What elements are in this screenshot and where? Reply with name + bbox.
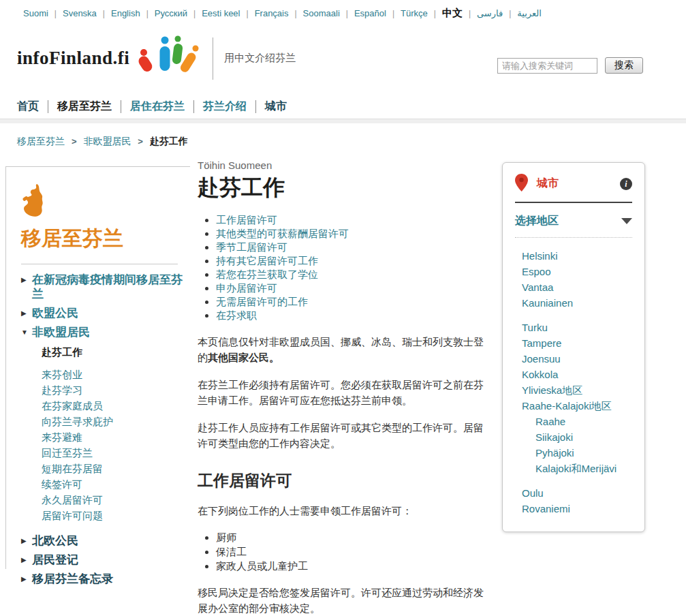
search-button[interactable]: 搜索: [605, 57, 643, 74]
city-link-turku[interactable]: Turku: [522, 322, 548, 333]
sidebar-subitem[interactable]: 来芬创业: [42, 367, 183, 382]
city-subitem[interactable]: Raahe: [535, 414, 632, 429]
sidebar-item-registration[interactable]: ▶ 居民登记: [21, 553, 183, 567]
sidebar-item-label[interactable]: 移居芬兰备忘录: [32, 572, 113, 586]
city-link-espoo[interactable]: Espoo: [522, 266, 551, 277]
city-link-tampere[interactable]: Tampere: [522, 337, 561, 349]
sidebar-item-label[interactable]: 欧盟公民: [32, 306, 78, 320]
city-link-siikajoki[interactable]: Siikajoki: [535, 431, 573, 443]
breadcrumb-link-non-eu[interactable]: 非欧盟居民: [83, 136, 131, 147]
nav-living-in-finland[interactable]: 居住在芬兰: [121, 99, 193, 114]
lang-turkish[interactable]: Türkçe: [394, 8, 434, 18]
city-item[interactable]: Kokkola: [522, 367, 632, 382]
city-item[interactable]: Turku: [522, 320, 632, 335]
sidebar-subitem[interactable]: 回迁至芬兰: [42, 446, 183, 461]
sidebar-item-nordic[interactable]: ▶ 北欧公民: [21, 534, 183, 548]
sidebar-subitem[interactable]: 赴芬学习: [42, 383, 183, 398]
city-link-kalajoki-merijavi[interactable]: Kalajoki和Merijävi: [535, 463, 617, 474]
sidebar-subitem-link[interactable]: 续签许可: [42, 478, 82, 490]
lang-chinese-current[interactable]: 中文: [436, 7, 469, 20]
sidebar-item-covid[interactable]: ▶ 在新冠病毒疫情期间移居至芬兰: [21, 273, 183, 301]
lang-somali[interactable]: Soomaali: [297, 8, 346, 18]
sidebar-item-label[interactable]: 北欧公民: [32, 534, 78, 548]
breadcrumb-link-moving[interactable]: 移居至芬兰: [17, 136, 65, 147]
nav-moving-to-finland[interactable]: 移居至芬兰: [48, 99, 121, 114]
sidebar-subitem-link[interactable]: 向芬兰寻求庇护: [42, 416, 113, 427]
lang-french[interactable]: Français: [249, 8, 295, 18]
city-item[interactable]: Kauniainen: [522, 295, 632, 311]
city-link-pyhajoki[interactable]: Pyhäjoki: [535, 447, 574, 459]
lang-estonian[interactable]: Eesti keel: [196, 8, 246, 18]
toc-link[interactable]: 持有其它居留许可工作: [216, 255, 318, 266]
toc-link[interactable]: 其他类型的可获薪酬居留许可: [216, 228, 349, 239]
city-item[interactable]: Vantaa: [522, 279, 632, 295]
city-item[interactable]: Espoo: [522, 264, 632, 279]
sidebar-subitem[interactable]: 向芬兰寻求庇护: [42, 414, 183, 429]
sidebar-item-non-eu[interactable]: ▼ 非欧盟居民: [21, 325, 183, 339]
lang-russian[interactable]: Русский: [149, 8, 193, 18]
sidebar-subitem-link[interactable]: 回迁至芬兰: [42, 447, 93, 459]
sidebar-subitem[interactable]: 续签许可: [42, 477, 183, 492]
lang-suomi[interactable]: Suomi: [17, 8, 54, 18]
city-item[interactable]: Rovaniemi: [522, 501, 632, 517]
sidebar-item-eu-citizens[interactable]: ▶ 欧盟公民: [21, 306, 183, 320]
sidebar-item-label[interactable]: 在新冠病毒疫情期间移居至芬兰: [32, 273, 183, 301]
nav-home[interactable]: 首页: [17, 99, 48, 114]
sidebar-subitem-link[interactable]: 赴芬学习: [42, 384, 82, 396]
city-sublist: Raahe Siikajoki Pyhäjoki Kalajoki和Merijä…: [522, 414, 632, 476]
toc-link[interactable]: 工作居留许可: [216, 214, 277, 226]
city-link-kokkola[interactable]: Kokkola: [522, 369, 558, 380]
lang-arabic[interactable]: العربية: [511, 8, 548, 18]
toc-item: 持有其它居留许可工作: [216, 254, 484, 268]
city-subitem[interactable]: Kalajoki和Merijävi: [535, 461, 632, 476]
city-item[interactable]: Ylivieska地区: [522, 382, 632, 398]
city-link-helsinki[interactable]: Helsinki: [522, 250, 558, 262]
toc-link[interactable]: 申办居留许可: [216, 282, 277, 294]
toc-link[interactable]: 季节工居留许可: [216, 241, 287, 253]
sidebar-subitem-link[interactable]: 居留许可问题: [42, 510, 103, 521]
city-link-joensuu[interactable]: Joensuu: [522, 353, 561, 365]
sidebar-item-checklist[interactable]: ▶ 移居芬兰备忘录: [21, 572, 183, 586]
search-input[interactable]: [497, 58, 597, 74]
nav-cities[interactable]: 城市: [256, 99, 296, 114]
region-select[interactable]: 选择地区: [515, 214, 632, 228]
lang-svenska[interactable]: Svenska: [57, 8, 103, 18]
city-link-vantaa[interactable]: Vantaa: [522, 281, 553, 293]
sidebar-subitem-link[interactable]: 永久居留许可: [42, 494, 103, 506]
lang-spanish[interactable]: Español: [348, 8, 392, 18]
city-link-oulu[interactable]: Oulu: [522, 487, 544, 499]
city-item[interactable]: Tampere: [522, 335, 632, 351]
city-item[interactable]: Oulu: [522, 485, 632, 501]
city-link-ylivieska-region[interactable]: Ylivieska地区: [522, 384, 582, 396]
city-subitem[interactable]: Siikajoki: [535, 429, 632, 445]
city-item[interactable]: Raahe-Kalajoki地区: [522, 398, 632, 414]
sidebar-subitem-link[interactable]: 在芬家庭成员: [42, 400, 103, 412]
sidebar-subitem-link[interactable]: 短期在芬居留: [42, 463, 103, 474]
sidebar-subitem-link[interactable]: 来芬避难: [42, 431, 82, 443]
city-subitem[interactable]: Pyhäjoki: [535, 445, 632, 461]
city-link-raahe[interactable]: Raahe: [535, 416, 565, 427]
sidebar-subitem-current[interactable]: 赴芬工作: [42, 345, 183, 360]
sidebar-subitem[interactable]: 来芬避难: [42, 430, 183, 445]
site-logo[interactable]: infoFinland.fi: [17, 48, 129, 69]
sidebar-subitem-link[interactable]: 来芬创业: [42, 369, 82, 380]
toc-link[interactable]: 无需居留许可的工作: [216, 296, 308, 307]
nav-about-finland[interactable]: 芬兰介绍: [194, 99, 255, 114]
sidebar-subitem[interactable]: 在芬家庭成员: [42, 399, 183, 414]
toc-link[interactable]: 在芬求职: [216, 309, 257, 321]
city-item[interactable]: Helsinki: [522, 248, 632, 264]
lang-english[interactable]: English: [105, 8, 146, 18]
city-link-raahe-kalajoki-region[interactable]: Raahe-Kalajoki地区: [522, 400, 612, 412]
city-item[interactable]: Joensuu: [522, 351, 632, 367]
toc-link[interactable]: 若您在芬兰获取了学位: [216, 268, 318, 280]
divider: [213, 37, 213, 80]
sidebar-item-label[interactable]: 非欧盟居民: [32, 325, 90, 339]
sidebar-subitem[interactable]: 短期在芬居留: [42, 461, 183, 476]
sidebar-subitem[interactable]: 永久居留许可: [42, 493, 183, 508]
city-link-kauniainen[interactable]: Kauniainen: [522, 297, 573, 309]
sidebar-item-label[interactable]: 居民登记: [32, 553, 78, 567]
lang-farsi[interactable]: فارسی: [471, 8, 509, 18]
city-link-rovaniemi[interactable]: Rovaniemi: [522, 503, 570, 514]
info-icon[interactable]: i: [620, 178, 632, 190]
sidebar-subitem[interactable]: 居留许可问题: [42, 508, 183, 523]
